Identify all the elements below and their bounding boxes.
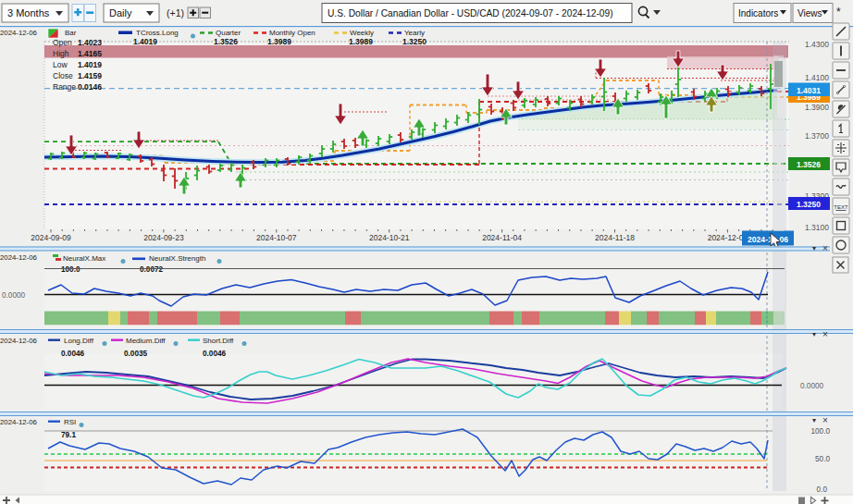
svg-text:79.1: 79.1 [61,431,76,439]
svg-text:2024-09-23: 2024-09-23 [143,233,184,242]
svg-text:U.S. Dollar / Canadian Dollar: U.S. Dollar / Canadian Dollar - USD/CAD … [328,8,613,18]
svg-text:1.4159: 1.4159 [78,71,102,80]
svg-text:Bar: Bar [65,29,77,37]
svg-text:Medium.Diff: Medium.Diff [126,337,166,345]
svg-text:Open: Open [53,38,72,47]
svg-text:1.3700: 1.3700 [805,131,829,141]
svg-text:2024-12-06: 2024-12-06 [748,235,788,244]
svg-text:Yearly: Yearly [404,29,425,37]
svg-text:1.4031: 1.4031 [797,86,821,95]
svg-text:1.3900: 1.3900 [805,103,829,112]
svg-text:2024-12-06: 2024-12-06 [0,418,37,426]
svg-text:1.4100: 1.4100 [805,73,829,82]
svg-text:1.3250: 1.3250 [402,37,426,46]
svg-text:2024-11-18: 2024-11-18 [595,233,635,242]
svg-text:×: × [822,243,828,253]
svg-text:2024-10-07: 2024-10-07 [256,233,297,242]
svg-text:1.4023: 1.4023 [78,38,102,47]
svg-text:TEXT: TEXT [834,204,848,210]
svg-text:1.3526: 1.3526 [214,37,238,46]
svg-text:1.3250: 1.3250 [797,200,821,209]
svg-text:50.0: 50.0 [815,455,830,463]
svg-text:RSI: RSI [64,418,76,426]
svg-text:1.4019: 1.4019 [78,60,102,69]
svg-text:Monthly Open: Monthly Open [269,29,315,37]
svg-text:2024-09-09: 2024-09-09 [31,233,71,242]
svg-text:1.3100: 1.3100 [805,223,829,232]
svg-text:×: × [822,329,828,339]
svg-text:NeuralX.Strength: NeuralX.Strength [149,254,205,263]
svg-text:NeuralX.Max: NeuralX.Max [63,254,105,263]
svg-text:1.4019: 1.4019 [133,37,157,46]
svg-text:0.0000: 0.0000 [2,291,25,300]
svg-text:Indicators: Indicators [738,8,778,18]
svg-text:0.0000: 0.0000 [800,382,823,390]
svg-text:Low: Low [53,60,68,69]
svg-text:TCross.Long: TCross.Long [136,29,179,37]
svg-text:2024-12-02: 2024-12-02 [708,233,748,242]
svg-text:Quarter: Quarter [216,29,241,37]
svg-text:2024-11-04: 2024-11-04 [482,233,522,242]
svg-text:2024-10-21: 2024-10-21 [369,233,410,242]
svg-text:*: * [836,6,841,18]
svg-text:Weekly: Weekly [350,29,374,37]
svg-text:1.3526: 1.3526 [797,160,821,169]
svg-text:(+1): (+1) [167,7,184,18]
svg-text:0.0146: 0.0146 [78,82,102,92]
svg-text:0.0035: 0.0035 [124,350,147,358]
svg-text:Long.Diff: Long.Diff [64,337,94,345]
svg-text:0.0046: 0.0046 [203,350,226,358]
svg-text:1.4300: 1.4300 [805,40,829,49]
svg-text:Close: Close [53,71,73,80]
svg-text:Daily: Daily [109,7,132,18]
svg-text:0.0046: 0.0046 [61,350,84,358]
svg-text:1.3989: 1.3989 [349,37,373,46]
svg-text:▾: ▾ [812,244,816,252]
svg-text:▾: ▾ [812,330,816,338]
svg-text:1.4165: 1.4165 [78,49,102,58]
svg-text:100.0: 100.0 [811,427,831,436]
svg-text:Views: Views [797,8,822,18]
svg-text:0.0072: 0.0072 [140,265,163,274]
svg-text:2024-12-06: 2024-12-06 [0,337,37,345]
svg-text:2024-12-06: 2024-12-06 [0,29,37,37]
svg-text:High: High [53,49,69,58]
svg-text:Range: Range [53,82,76,92]
svg-text:▾: ▾ [812,416,816,424]
svg-text:1.3989: 1.3989 [267,37,291,46]
svg-text:×: × [822,415,828,425]
svg-text:100.0: 100.0 [61,265,80,274]
svg-text:Short.Diff: Short.Diff [203,337,234,345]
svg-text:2024-12-06: 2024-12-06 [0,253,37,262]
svg-text:3 Months: 3 Months [7,7,50,18]
svg-text:0.0: 0.0 [817,486,828,494]
